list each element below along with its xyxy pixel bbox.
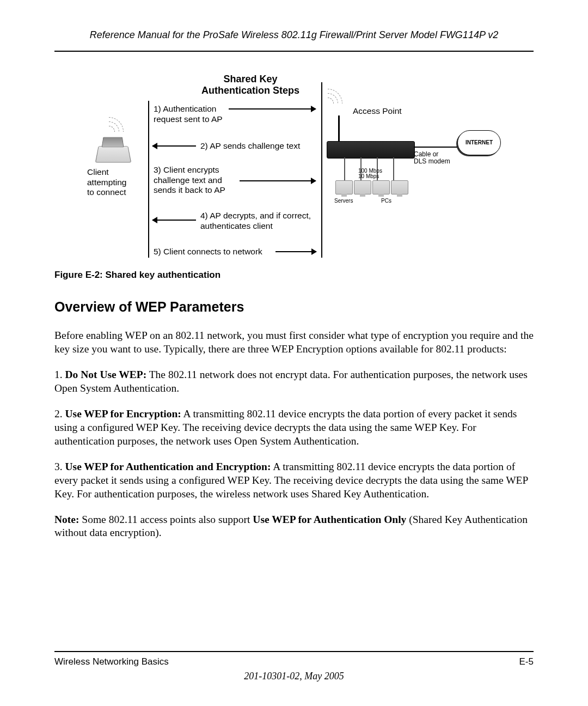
figure-shared-key-auth: Shared Key Authentication Steps Client a… [87,71,501,262]
figure-title-line2: Authentication Steps [201,85,299,96]
footer-section-name: Wireless Networking Basics [54,656,169,667]
server-icon [354,180,371,194]
option-1-bold: Do Not Use WEP: [65,369,147,380]
note-paragraph: Note: Some 802.11 access points also sup… [54,513,534,540]
note-bold2: Use WEP for Authentication Only [253,514,406,525]
wifi-waves-icon [109,115,131,131]
client-label: Client attempting to connect [87,167,126,198]
option-3: 3. Use WEP for Authentication and Encryp… [54,460,534,501]
arrow-right-icon [229,108,316,109]
option-2-bold: Use WEP for Encryption: [65,408,181,419]
router-icon [327,141,415,159]
server-icon [335,180,353,194]
figure-divider-left [148,101,149,258]
arrow-right-icon [275,251,316,252]
speed-label: 100 Mbps 10 Mbps [358,168,382,179]
page-footer: Wireless Networking Basics E-5 201-10301… [54,651,534,682]
step3-text: 3) Client encrypts challenge text and se… [154,165,225,196]
step4-text: 4) AP decrypts, and if correct, authenti… [200,211,311,231]
footer-page-number: E-5 [519,656,534,667]
arrow-right-icon [240,180,316,181]
wifi-waves-icon [328,87,350,103]
figure-title-line1: Shared Key [223,74,277,84]
pcs-label: PCs [381,198,391,204]
figure-divider-right [321,82,322,258]
section-heading: Overview of WEP Parameters [54,299,534,315]
cloud-icon: INTERNET [457,130,501,155]
note-mid: Some 802.11 access points also support [79,514,253,525]
cable-line [414,147,457,148]
option-2: 2. Use WEP for Encryption: A transmittin… [54,407,534,448]
figure-caption: Figure E-2: Shared key authentication [54,270,534,281]
step5-text: 5) Client connects to network [154,247,262,257]
pc-icon [391,180,408,194]
option-3-bold: Use WEP for Authentication and Encryptio… [65,461,271,472]
step2-text: 2) AP sends challenge text [200,141,300,151]
footer-rule [54,651,534,652]
option-1: 1. Do Not Use WEP: The 802.11 network do… [54,368,534,395]
running-header: Reference Manual for the ProSafe Wireles… [54,29,534,52]
pc-icon [372,180,390,194]
servers-label: Servers [334,198,353,204]
laptop-icon [95,146,131,162]
internet-label: INTERNET [458,139,500,145]
arrow-left-icon [152,220,196,221]
access-point-label: Access Point [353,106,402,117]
intro-paragraph: Before enabling WEP on an 802.11 network… [54,329,534,356]
step1-text: 1) Authentication request sent to AP [154,104,223,124]
cable-modem-label: Cable or DLS modem [414,151,450,165]
note-bold: Note: [54,514,79,525]
footer-doc-id: 201-10301-02, May 2005 [54,671,534,682]
arrow-left-icon [152,145,196,147]
figure-title: Shared Key Authentication Steps [201,74,299,96]
